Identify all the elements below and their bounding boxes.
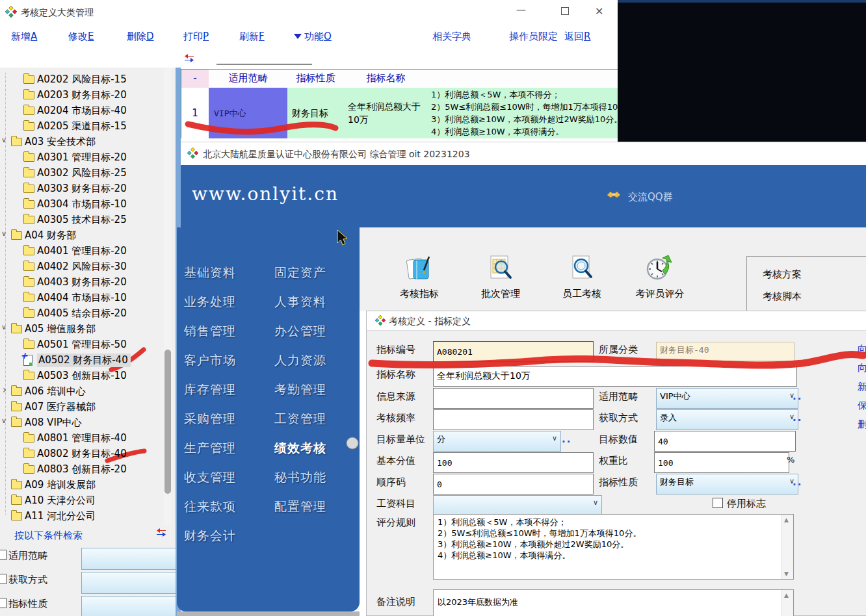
shortcut-assessment-indicator[interactable]: 考核指标	[387, 253, 452, 300]
tree-item-expandable[interactable]: A05 增值服务部	[0, 321, 163, 337]
unit-dropdown[interactable]: 分∨	[433, 431, 561, 452]
shortcut-batch-management[interactable]: 批次管理	[468, 253, 533, 300]
tree-item[interactable]: A07 医疗器械部	[0, 399, 163, 415]
maximize-button[interactable]	[561, 7, 569, 15]
swap-icon[interactable]	[156, 528, 166, 540]
menu-item[interactable]: 人力资源	[274, 352, 326, 369]
filter-scope-checkbox[interactable]	[0, 550, 7, 560]
tree-item[interactable]: A0203 财务目标-20	[0, 87, 163, 103]
tree-item[interactable]: A0503 创新目标-10	[0, 368, 163, 383]
menu-item[interactable]: 基础资料	[184, 264, 236, 281]
source-input[interactable]	[433, 388, 594, 409]
dialog-side-button[interactable]: 新	[858, 381, 866, 393]
menu-item[interactable]: 往来款项	[184, 498, 236, 515]
close-button[interactable]: ✕	[595, 5, 603, 18]
shortcut-evaluator-scoring[interactable]: 考评员评分	[627, 253, 692, 300]
tree-item[interactable]: A0404 市场目标-10	[0, 290, 163, 305]
tree-item-expandable[interactable]: A08 VIP中心	[0, 415, 163, 430]
menu-item[interactable]: 销售管理	[184, 323, 236, 340]
rules-textarea[interactable]: 1）利润总额＜5W，本项不得分； 2）5W≤利润总额≤10W时，每增加1万本项得…	[433, 514, 794, 580]
menu-item[interactable]: 工资管理	[274, 411, 326, 428]
shortcut-employee-assessment[interactable]: 员工考核	[549, 253, 614, 300]
order-input[interactable]	[433, 474, 594, 494]
name-input[interactable]	[433, 366, 797, 387]
tree-item-selected[interactable]: A0502 财务目标-40	[0, 352, 163, 368]
edit-button[interactable]: 修改E	[68, 31, 94, 43]
delete-button[interactable]: 删除D	[127, 31, 154, 43]
freq-input[interactable]	[433, 409, 594, 430]
tree-item[interactable]: A0301 管理目标-20	[0, 149, 163, 165]
scroll-up-icon[interactable]: ▲	[784, 517, 789, 523]
menu-item[interactable]: 固定资产	[274, 264, 326, 281]
dialog-side-button[interactable]: 删	[858, 418, 866, 431]
grid-cell-name[interactable]: 全年利润总额大于10万	[344, 88, 432, 138]
tree-item[interactable]: A0405 结余目标-20	[0, 305, 163, 321]
function-button[interactable]: 功能O	[304, 31, 332, 43]
tree-scrollbar-thumb[interactable]	[164, 350, 171, 494]
tree-item-expandable[interactable]: A03 安全技术部	[0, 134, 163, 149]
textarea-scrollbar[interactable]: ▲▼	[781, 515, 793, 579]
refresh-button[interactable]: 刷新F	[239, 31, 265, 43]
filter-scope-dropdown[interactable]: ∨	[81, 548, 190, 570]
dialog-side-button[interactable]: 向	[858, 343, 866, 355]
tree-item[interactable]: A09 培训发展部	[0, 477, 163, 493]
assessment-script-link[interactable]: 考核脚本	[763, 290, 802, 303]
assessment-plan-link[interactable]: 考核方案	[763, 268, 802, 281]
nature-more-button[interactable]: ..	[793, 476, 802, 488]
code-input[interactable]	[433, 341, 594, 362]
menu-item[interactable]: 秘书功能	[274, 469, 326, 486]
tree-item[interactable]: A0304 市场目标-10	[0, 196, 163, 212]
menu-item[interactable]: 生产管理	[184, 440, 236, 457]
operator-limit-button[interactable]: 操作员限定	[509, 31, 558, 43]
nature-dropdown[interactable]: 财务目标∨	[656, 474, 798, 494]
base-input[interactable]	[433, 452, 594, 473]
scroll-up-icon[interactable]: ▲	[784, 592, 789, 598]
filter-nature-checkbox[interactable]	[0, 598, 7, 608]
tree-item[interactable]: A0202 风险目标-15	[0, 71, 163, 87]
new-button[interactable]: 新增A	[11, 31, 37, 43]
menu-item[interactable]: 客户市场	[184, 352, 236, 369]
minimize-button[interactable]: —	[516, 4, 526, 16]
tree-item[interactable]: A0205 渠道目标-15	[0, 118, 163, 134]
menu-item[interactable]: 人事资料	[274, 294, 326, 311]
dialog-side-button[interactable]: 保	[858, 400, 866, 412]
weight-input[interactable]	[654, 452, 789, 473]
grid-cell-scope[interactable]: VIP中心	[209, 88, 293, 138]
tree-item[interactable]: A0302 风险目标-25	[0, 165, 163, 181]
tree-item[interactable]: A10 天津分公司	[0, 493, 163, 508]
filter-method-checkbox[interactable]	[0, 574, 7, 584]
menu-item[interactable]: 财务会计	[184, 528, 236, 545]
method-dropdown[interactable]: 录入∨	[656, 409, 798, 430]
filter-method-dropdown[interactable]: ∨	[81, 572, 190, 594]
tree-item[interactable]: A0403 财务目标-20	[0, 274, 163, 290]
scope-more-button[interactable]: ..	[793, 391, 802, 402]
tree-item-collapsed[interactable]: A06 培训中心	[0, 383, 163, 399]
tree-item[interactable]: A0305 技术目标-25	[0, 212, 163, 227]
tree-item[interactable]: A0803 创新目标-20	[0, 461, 163, 477]
qq-group-link[interactable]: 交流QQ群	[628, 191, 673, 203]
menu-item[interactable]: 办公管理	[274, 323, 326, 340]
related-dict-button[interactable]: 相关字典	[432, 31, 471, 43]
filter-nature-dropdown[interactable]: ∨	[81, 596, 190, 616]
tree-item[interactable]: A11 河北分公司	[0, 508, 163, 524]
tree-item[interactable]: A0204 市场目标-40	[0, 103, 163, 118]
tree-item[interactable]: A0303 财务目标-20	[0, 181, 163, 196]
grid-cell-rules[interactable]: 1）利润总额＜5W，本项不得分； 2）5W≤利润总额≤10W时，每增加1万本项得…	[428, 88, 618, 138]
swap-icon[interactable]	[184, 53, 194, 66]
print-button[interactable]: 打印P	[183, 31, 209, 43]
menu-item[interactable]: 库存管理	[184, 381, 236, 398]
menu-item[interactable]: 考勤管理	[274, 381, 326, 398]
scope-dropdown[interactable]: VIP中心∨	[656, 388, 798, 409]
grid-cell-rownum[interactable]: 1	[181, 88, 209, 138]
tree-item[interactable]: A0801 管理目标-40	[0, 430, 163, 446]
menu-item[interactable]: 采购管理	[184, 411, 236, 428]
return-button[interactable]: 返回R	[564, 31, 590, 43]
tree-item-expandable[interactable]: A04 财务部	[0, 227, 163, 243]
dialog-side-button[interactable]: 向	[858, 362, 866, 374]
menu-item-active[interactable]: 绩效考核	[274, 440, 326, 457]
menu-item[interactable]: 配置管理	[274, 498, 326, 515]
menu-item[interactable]: 收支管理	[184, 469, 236, 486]
tree-item[interactable]: A0802 财务目标-40	[0, 446, 163, 461]
grid-cell-nature[interactable]: 财务目标	[287, 88, 349, 138]
textarea-scrollbar[interactable]: ▲	[781, 590, 793, 616]
